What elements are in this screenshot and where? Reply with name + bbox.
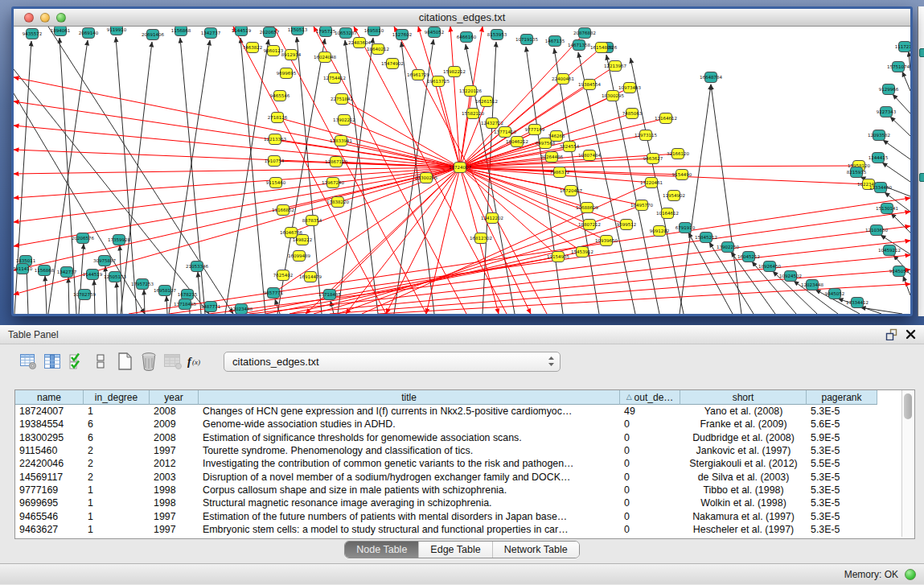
- tab-network-table[interactable]: Network Table: [492, 542, 579, 558]
- table-row[interactable]: 1938455462009Genome-wide association stu…: [15, 418, 914, 431]
- graph-node[interactable]: 15130141: [876, 204, 898, 214]
- tab-node-table[interactable]: Node Table: [345, 542, 418, 558]
- graph-node[interactable]: 1678275: [178, 290, 198, 300]
- graph-node[interactable]: 12213967: [604, 61, 626, 72]
- graph-node[interactable]: 16261512: [475, 97, 498, 107]
- graph-node[interactable]: 15982212: [443, 67, 466, 77]
- graph-node[interactable]: 2069140: [79, 28, 99, 39]
- graph-node[interactable]: 9465546: [270, 91, 290, 101]
- table-scrollbar-thumb[interactable]: [904, 393, 912, 419]
- graph-node[interactable]: 9699695: [277, 68, 297, 79]
- graph-node[interactable]: 10653287: [335, 28, 357, 39]
- graph-node[interactable]: 1156868: [35, 266, 55, 276]
- graph-node[interactable]: 9435572: [23, 29, 43, 39]
- graph-node[interactable]: 7485063: [622, 109, 643, 119]
- table-settings-icon[interactable]: [16, 350, 40, 373]
- graph-node[interactable]: 12213363: [264, 134, 286, 145]
- column-select-icon[interactable]: [40, 350, 64, 373]
- column-header-short[interactable]: short: [680, 390, 807, 405]
- graph-node[interactable]: 1144519: [232, 27, 252, 36]
- graph-node[interactable]: 18640212: [367, 44, 389, 55]
- graph-node[interactable]: 10164612: [656, 208, 679, 219]
- rows-icon[interactable]: [88, 350, 113, 373]
- graph-node[interactable]: 2718126: [268, 113, 288, 123]
- graph-node[interactable]: 22400461: [552, 74, 574, 84]
- graph-node[interactable]: 9599512: [617, 220, 637, 230]
- graph-node[interactable]: 9091202: [650, 226, 670, 237]
- close-panel-icon[interactable]: [906, 329, 916, 340]
- graph-node[interactable]: 10459212: [878, 245, 901, 256]
- graph-node[interactable]: 1342737: [201, 28, 221, 39]
- table-row[interactable]: 1456911722003Disruption of a novel membe…: [15, 470, 914, 483]
- graph-node[interactable]: 9154490: [672, 170, 692, 180]
- graph-node[interactable]: 16648784: [700, 72, 722, 83]
- column-header-title[interactable]: title: [199, 390, 620, 405]
- column-header-year[interactable]: year: [150, 390, 199, 405]
- column-header-in_degree[interactable]: in_degree: [84, 390, 150, 405]
- graph-node[interactable]: 1910754: [265, 156, 285, 167]
- graph-node[interactable]: 1467135: [545, 36, 565, 47]
- graph-node[interactable]: 1244415: [869, 153, 889, 163]
- graph-node[interactable]: 6466160: [457, 32, 477, 43]
- graph-node[interactable]: 746266: [548, 131, 565, 142]
- graph-node[interactable]: 13902250: [717, 242, 739, 253]
- graph-node[interactable]: 9129966: [879, 84, 899, 95]
- column-header-name[interactable]: name: [15, 390, 84, 405]
- graph-node[interactable]: 9115460: [266, 178, 286, 188]
- table-row[interactable]: 946362711997Embryonic stem cells: a mode…: [15, 523, 914, 536]
- graph-node[interactable]: 10782759: [73, 290, 96, 300]
- graph-node[interactable]: 13718485: [174, 299, 196, 310]
- zoom-window-button[interactable]: [56, 13, 66, 23]
- graph-node[interactable]: 2020657: [260, 27, 280, 38]
- graph-node[interactable]: 30975887: [93, 256, 116, 266]
- network-window-titlebar[interactable]: citations_edges.txt: [14, 9, 910, 27]
- graph-node[interactable]: 12505133: [104, 272, 126, 282]
- graph-node[interactable]: 16024048: [314, 52, 336, 63]
- memory-status-icon[interactable]: [905, 569, 916, 580]
- graph-node[interactable]: 12093582: [868, 130, 890, 141]
- graph-node[interactable]: 19154935: [547, 252, 569, 262]
- float-panel-icon[interactable]: [885, 328, 897, 340]
- graph-node[interactable]: 12867120: [325, 157, 347, 167]
- table-row[interactable]: 1830029562008Estimation of significance …: [15, 431, 914, 444]
- graph-node[interactable]: 7625402: [273, 270, 294, 281]
- graph-node[interactable]: 1695810: [364, 27, 384, 36]
- graph-node[interactable]: 12754412: [323, 73, 346, 84]
- graph-node[interactable]: 6791910: [676, 223, 696, 233]
- graph-node[interactable]: 9845052: [425, 27, 445, 38]
- network-canvas[interactable]: 9435572189406120691409119910206914061156…: [14, 27, 910, 314]
- graph-node[interactable]: 1527602: [392, 30, 413, 40]
- column-header-out_degree[interactable]: △out_de…: [620, 390, 680, 405]
- graph-node[interactable]: 17334412: [846, 298, 869, 308]
- graph-node[interactable]: 10719135: [515, 35, 538, 45]
- graph-node[interactable]: 13967240: [322, 178, 344, 188]
- graph-node[interactable]: 9845052: [825, 289, 845, 299]
- table-row[interactable]: 911546021997Tourette syndrome. Phenomeno…: [15, 444, 914, 457]
- graph-node[interactable]: 17359928: [108, 235, 130, 245]
- graph-node[interactable]: 13164612: [655, 113, 677, 124]
- table-row[interactable]: 946554611997Estimation of the future num…: [15, 509, 914, 522]
- table-vertical-scrollbar[interactable]: [901, 390, 914, 537]
- graph-node[interactable]: 7463822: [243, 43, 263, 53]
- graph-node[interactable]: 20691406: [142, 30, 164, 40]
- graph-node[interactable]: 16812302: [470, 233, 492, 244]
- graph-node[interactable]: 8153953: [487, 30, 507, 40]
- graph-node[interactable]: 9227343: [877, 107, 897, 117]
- graph-node[interactable]: 1144519: [83, 270, 103, 280]
- table-row[interactable]: 977716911998Corpus callosum shape and si…: [15, 484, 914, 496]
- graph-node[interactable]: 11954902: [663, 191, 685, 201]
- graph-node[interactable]: 13220126: [459, 86, 482, 97]
- tab-edge-table[interactable]: Edge Table: [418, 542, 491, 558]
- graph-node[interactable]: 19613725: [427, 76, 450, 87]
- graph-node[interactable]: 22751842: [331, 94, 353, 105]
- graph-node[interactable]: 16046212: [506, 137, 528, 147]
- delete-icon[interactable]: [137, 350, 161, 373]
- graph-node[interactable]: 8878354: [302, 216, 322, 226]
- graph-node[interactable]: 1156868: [171, 27, 191, 36]
- row-select-icon[interactable]: [64, 350, 88, 373]
- graph-node[interactable]: 20206576: [72, 233, 94, 244]
- graph-node[interactable]: 9119910: [107, 27, 127, 35]
- column-header-pagerank[interactable]: pagerank: [807, 390, 877, 405]
- close-window-button[interactable]: [24, 13, 34, 23]
- graph-node[interactable]: 1250513: [288, 27, 308, 35]
